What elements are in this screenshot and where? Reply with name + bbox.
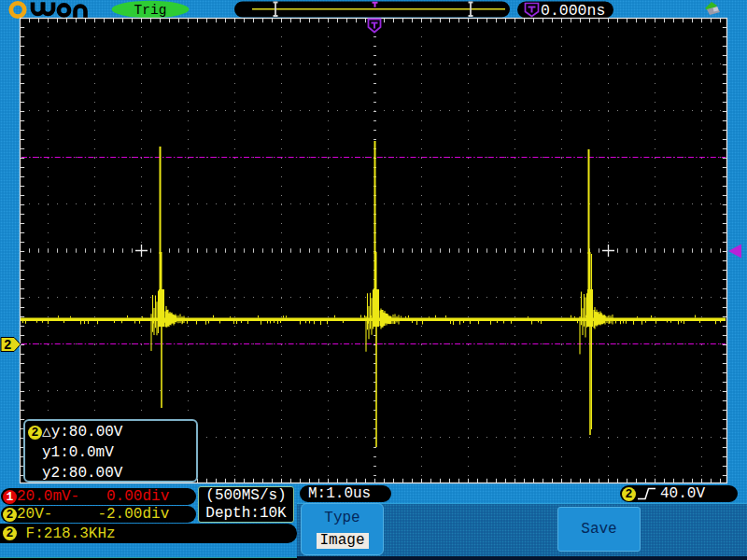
svg-text:2: 2 (4, 338, 11, 353)
svg-text:Trig: Trig (134, 3, 167, 18)
svg-text:0.000ns: 0.000ns (541, 2, 605, 20)
